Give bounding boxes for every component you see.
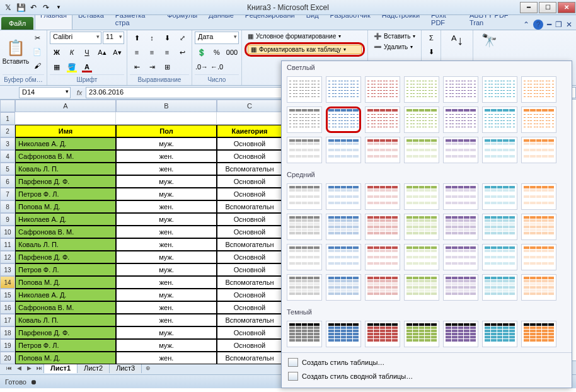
table-style-thumb[interactable] [326, 137, 361, 163]
table-style-thumb[interactable] [365, 107, 400, 133]
next-sheet-button[interactable]: ▶ [24, 365, 34, 371]
cell[interactable]: Попова М. Д. [15, 200, 116, 213]
cell[interactable]: Вспомогательн [217, 352, 282, 364]
row-header[interactable]: 20 [0, 352, 15, 364]
table-style-thumb[interactable] [482, 214, 517, 240]
number-format-combo[interactable]: Дата [195, 32, 239, 44]
table-style-thumb[interactable] [404, 107, 439, 133]
doc-restore-icon[interactable]: ❐ [555, 20, 562, 29]
row-header[interactable]: 18 [0, 326, 15, 339]
table-style-thumb[interactable] [365, 274, 400, 301]
format-painter-button[interactable]: 🖌 [30, 59, 44, 72]
table-style-thumb[interactable] [521, 183, 556, 210]
cell[interactable]: жен. [116, 314, 217, 326]
cell[interactable]: Попова М. Д. [15, 352, 116, 364]
redo-icon[interactable]: ↷ [40, 2, 52, 13]
table-style-thumb[interactable] [443, 274, 478, 301]
cell[interactable]: муж. [116, 263, 217, 276]
cell[interactable]: Коваль Л. П. [15, 238, 116, 251]
align-bottom-button[interactable]: ⬇ [160, 32, 174, 44]
table-style-thumb[interactable] [443, 183, 478, 210]
row-header[interactable]: 10 [0, 226, 15, 238]
cell[interactable]: Попова М. Д. [15, 276, 116, 289]
cell[interactable]: Сафронова В. М. [15, 150, 116, 163]
shrink-font-button[interactable]: A▾ [110, 46, 124, 59]
cell[interactable]: Сафронова В. М. [15, 301, 116, 314]
font-size-combo[interactable]: 11 [103, 32, 124, 44]
align-center-button[interactable]: ≡ [145, 46, 159, 59]
increase-indent-button[interactable]: ⇥ [145, 61, 159, 73]
fill-color-button[interactable]: 🪣 [65, 61, 79, 73]
orientation-button[interactable]: ⤢ [175, 32, 189, 44]
first-sheet-button[interactable]: ⏮ [4, 365, 14, 371]
table-style-thumb[interactable] [521, 107, 556, 133]
prev-sheet-button[interactable]: ◀ [14, 365, 24, 371]
font-color-button[interactable]: А [80, 61, 94, 73]
decrease-indent-button[interactable]: ⇤ [130, 61, 144, 73]
table-style-thumb[interactable] [365, 244, 400, 270]
row-header[interactable]: 9 [0, 213, 15, 226]
cell[interactable]: Парфенов Д. Ф. [15, 251, 116, 263]
cell[interactable]: Основной [217, 213, 282, 226]
find-select-button[interactable]: 🔭 [476, 32, 502, 49]
table-style-thumb[interactable] [326, 107, 361, 133]
table-style-thumb[interactable] [326, 244, 361, 270]
name-box[interactable]: D14 [19, 87, 71, 98]
cell[interactable]: Сафронова В. М. [15, 226, 116, 238]
table-style-thumb[interactable] [482, 183, 517, 210]
delete-cells-button[interactable]: ➖Удалить▾ [371, 42, 418, 52]
table-style-thumb[interactable] [521, 76, 556, 103]
minimize-ribbon-icon[interactable]: ⌃ [523, 20, 529, 29]
row-header[interactable]: 7 [0, 188, 15, 200]
select-all-corner[interactable] [0, 100, 15, 112]
table-style-thumb[interactable] [443, 107, 478, 133]
cell[interactable]: Николаев А. Д. [15, 289, 116, 301]
increase-decimal-button[interactable]: .0→ [195, 61, 209, 73]
cut-button[interactable]: ✂ [30, 32, 44, 44]
column-header[interactable]: C [217, 100, 282, 112]
align-middle-button[interactable]: ↕ [145, 32, 159, 44]
cell[interactable]: Основной [217, 175, 282, 188]
cell[interactable]: муж. [116, 175, 217, 188]
fx-button[interactable]: fx [73, 89, 86, 96]
cell[interactable]: Основной [217, 226, 282, 238]
currency-button[interactable]: 💲 [195, 46, 209, 59]
table-style-thumb[interactable] [287, 274, 322, 301]
row-header[interactable]: 6 [0, 175, 15, 188]
table-style-thumb[interactable] [443, 214, 478, 240]
cell[interactable]: муж. [116, 289, 217, 301]
cell[interactable]: жен. [116, 352, 217, 364]
cell[interactable] [116, 112, 217, 125]
cell[interactable]: Парфенов Д. Ф. [15, 326, 116, 339]
table-style-thumb[interactable] [365, 321, 400, 347]
decrease-decimal-button[interactable]: ←.0 [210, 61, 224, 73]
table-style-thumb[interactable] [443, 321, 478, 347]
table-style-thumb[interactable] [326, 76, 361, 103]
file-tab[interactable]: Файл [1, 17, 33, 30]
cell[interactable]: Петров Ф. Л. [15, 263, 116, 276]
cell[interactable]: Основной [217, 251, 282, 263]
table-style-thumb[interactable] [287, 321, 322, 347]
copy-button[interactable]: 📄 [30, 45, 44, 58]
table-style-thumb[interactable] [482, 137, 517, 163]
table-style-thumb[interactable] [287, 107, 322, 133]
doc-close-icon[interactable]: ✕ [566, 20, 572, 29]
table-style-thumb[interactable] [482, 244, 517, 270]
table-style-thumb[interactable] [326, 183, 361, 210]
cell[interactable]: жен. [116, 150, 217, 163]
table-style-thumb[interactable] [482, 76, 517, 103]
minimize-button[interactable]: ━ [520, 2, 538, 13]
row-header[interactable]: 5 [0, 163, 15, 175]
cell[interactable]: Основной [217, 263, 282, 276]
conditional-formatting-button[interactable]: ▦ Условное форматирование▾ [245, 32, 365, 41]
cell[interactable]: муж. [116, 339, 217, 352]
table-style-thumb[interactable] [365, 137, 400, 163]
cell[interactable]: Вспомогательн [217, 238, 282, 251]
table-style-thumb[interactable] [443, 137, 478, 163]
row-header[interactable]: 13 [0, 263, 15, 276]
cell[interactable]: муж. [116, 251, 217, 263]
cell[interactable]: Петров Ф. Л. [15, 188, 116, 200]
table-style-thumb[interactable] [287, 76, 322, 103]
new-table-style-button[interactable]: Создать стиль таблицы… [282, 355, 572, 369]
table-style-thumb[interactable] [287, 244, 322, 270]
